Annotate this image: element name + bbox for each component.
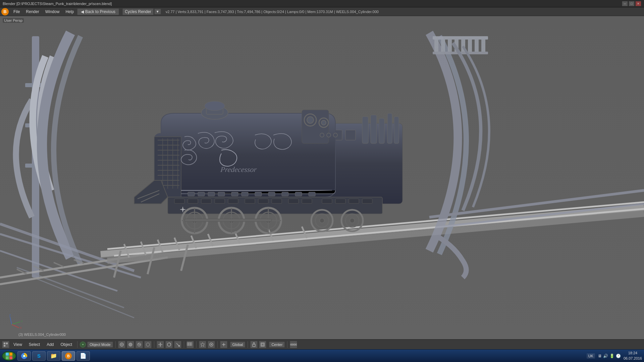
svg-point-162: [211, 344, 212, 345]
add-menu[interactable]: Add: [44, 342, 56, 348]
back-to-previous-label: Back to Previous: [85, 9, 115, 14]
transform-orientation-select[interactable]: Global: [230, 342, 246, 348]
svg-point-74: [327, 133, 331, 137]
svg-rect-176: [9, 353, 12, 356]
view-menu[interactable]: View: [11, 342, 25, 348]
render-region-btn[interactable]: [259, 341, 266, 348]
explorer-icon: 📁: [50, 353, 57, 359]
menu-help[interactable]: Help: [63, 9, 76, 15]
separator-4: [184, 341, 184, 348]
object-menu[interactable]: Object: [58, 342, 75, 348]
svg-point-146: [139, 344, 140, 345]
clock-time: 18:24: [624, 351, 642, 356]
files-icon: 📄: [80, 353, 87, 359]
svg-rect-117: [448, 38, 452, 53]
taskbar-clock[interactable]: 18:24 06.07.2016: [624, 351, 642, 361]
wireframe-btn[interactable]: [118, 341, 125, 348]
menu-file[interactable]: File: [11, 9, 22, 15]
svg-text:X: X: [20, 326, 22, 329]
snap-toggle-btn[interactable]: [199, 341, 206, 348]
proportional-edit-btn[interactable]: [208, 341, 215, 348]
texture-shading-btn[interactable]: [136, 341, 143, 348]
svg-marker-151: [160, 346, 161, 347]
grid-overlay-btn[interactable]: [186, 341, 194, 348]
svg-rect-80: [215, 199, 225, 203]
svg-rect-81: [228, 199, 238, 203]
volume-icon[interactable]: 🔊: [603, 354, 608, 358]
lock-btn[interactable]: [250, 341, 258, 348]
render-engine-select[interactable]: Cycles Render: [122, 8, 154, 15]
svg-rect-160: [191, 344, 192, 346]
scale-manipulator-btn[interactable]: [174, 341, 181, 348]
taskbar-chrome[interactable]: [17, 351, 31, 361]
clock-date: 06.07.2016: [624, 356, 642, 361]
svg-rect-123: [433, 36, 488, 40]
svg-rect-170: [262, 344, 264, 346]
svg-rect-139: [6, 345, 8, 347]
svg-rect-37: [387, 113, 392, 143]
svg-rect-58: [231, 192, 238, 196]
separator-8: [287, 341, 287, 348]
svg-rect-55: [198, 192, 205, 196]
svg-rect-168: [253, 344, 255, 347]
svg-point-163: [223, 344, 224, 345]
maximize-button[interactable]: □: [629, 1, 635, 6]
solid-shading-btn[interactable]: [127, 341, 134, 348]
window-controls: ─ □ ✕: [622, 1, 641, 6]
separator-3: [154, 341, 154, 348]
user-persp-label: User Persp: [3, 18, 24, 23]
menu-render[interactable]: Render: [23, 9, 42, 15]
separator-2: [115, 341, 116, 348]
svg-rect-115: [434, 38, 438, 53]
svg-rect-78: [188, 199, 198, 203]
svg-point-171: [290, 344, 292, 345]
taskbar-blender[interactable]: B: [62, 351, 75, 361]
svg-rect-86: [302, 199, 312, 203]
svg-rect-61: [268, 192, 275, 196]
close-button[interactable]: ✕: [635, 1, 641, 6]
svg-rect-116: [441, 38, 445, 53]
blender-taskbar-icon: B: [65, 353, 72, 359]
rotate-manipulator-btn[interactable]: [165, 341, 173, 348]
taskbar-files[interactable]: 📄: [76, 351, 90, 361]
start-button[interactable]: [2, 351, 16, 361]
rendered-shading-btn[interactable]: [144, 341, 152, 348]
svg-rect-36: [379, 118, 384, 143]
pivot-center-select[interactable]: Center: [269, 342, 285, 348]
svg-rect-120: [468, 38, 472, 53]
svg-point-182: [23, 355, 25, 357]
svg-text:Y: Y: [21, 320, 23, 323]
svg-rect-77: [174, 199, 184, 203]
stats-text: v2.77 | Verts:3,833,791 | Faces:3,747,39…: [166, 10, 379, 14]
selection-info: (3) WEELS.004_Cylinder000: [18, 333, 66, 337]
svg-rect-177: [6, 356, 9, 359]
viewport[interactable]: Predecessor: [0, 16, 644, 339]
svg-rect-89: [349, 199, 359, 203]
minimize-button[interactable]: ─: [622, 1, 628, 6]
back-to-previous-button[interactable]: ◀ Back to Previous: [77, 8, 119, 15]
clock-icon: 🕐: [616, 354, 621, 358]
svg-rect-38: [394, 117, 399, 143]
chrome-icon: [21, 353, 28, 359]
svg-rect-87: [322, 199, 332, 203]
render-engine-arrow[interactable]: ▼: [154, 9, 161, 14]
separator-1: [77, 341, 77, 348]
svg-rect-79: [201, 199, 211, 203]
keyboard-layout-indicator[interactable]: UK: [587, 353, 595, 359]
layer-btn[interactable]: [290, 341, 297, 348]
menu-window[interactable]: Window: [43, 9, 62, 15]
viewport-icon[interactable]: [2, 341, 9, 348]
svg-rect-84: [272, 199, 282, 203]
taskbar-explorer[interactable]: 📁: [47, 351, 60, 361]
svg-point-75: [333, 133, 337, 137]
window-title: Blender [D:\PROJECTS\Steam_Punk_train\bl…: [3, 2, 112, 6]
separator-5: [196, 341, 197, 348]
svg-rect-88: [335, 199, 345, 203]
taskbar-skype[interactable]: S: [32, 351, 46, 361]
pivot-btn[interactable]: [220, 341, 227, 348]
select-menu[interactable]: Select: [26, 342, 43, 348]
object-mode-select[interactable]: Object Mode: [87, 342, 113, 348]
svg-rect-54: [188, 192, 195, 196]
transform-manipulator-btn[interactable]: [157, 341, 164, 348]
svg-rect-156: [189, 343, 190, 344]
